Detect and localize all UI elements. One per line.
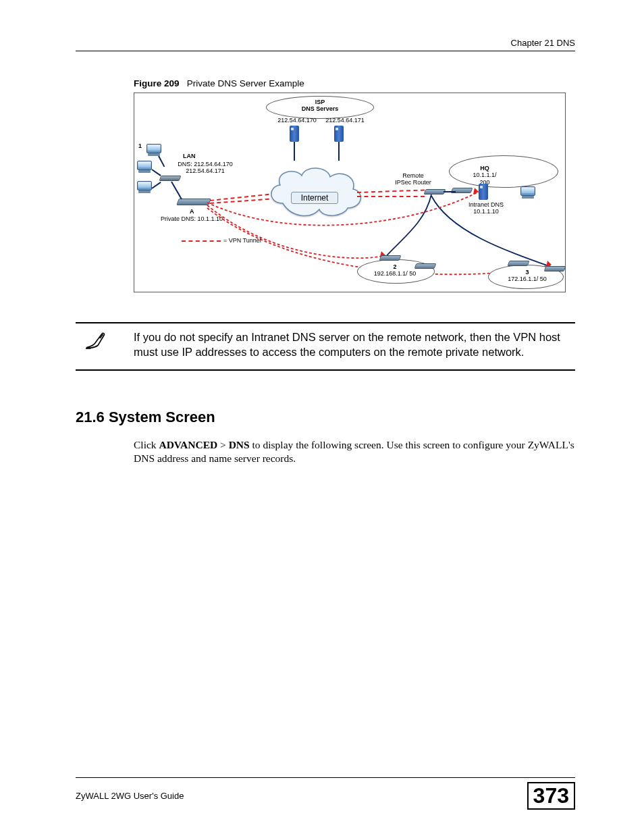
figure-title: Private DNS Server Example bbox=[187, 78, 304, 88]
line bbox=[171, 182, 182, 200]
line bbox=[158, 156, 165, 167]
chapter-header: Chapter 21 DNS bbox=[76, 38, 575, 51]
note-block: If you do not specify an Intranet DNS se… bbox=[76, 322, 575, 371]
lan-switch-icon bbox=[159, 176, 182, 181]
nav-advanced: ADVANCED bbox=[159, 439, 217, 450]
hq-title: HQ10.1.1.1/ 200 bbox=[468, 165, 502, 186]
section-paragraph: Click ADVANCED > DNS to display the foll… bbox=[134, 438, 575, 466]
note-text: If you do not specify an Intranet DNS se… bbox=[134, 330, 575, 360]
line bbox=[444, 191, 456, 192]
node1: 1 bbox=[138, 142, 142, 149]
page-number: 373 bbox=[527, 782, 575, 810]
isp-ip2: 212.54.64.171 bbox=[322, 117, 368, 124]
line bbox=[151, 182, 161, 189]
figure-label: Figure 209 bbox=[134, 78, 180, 88]
lan-title: LAN bbox=[183, 153, 196, 159]
line-isp2-cloud bbox=[338, 142, 340, 161]
remote-router-label: RemoteIPSec Router bbox=[390, 172, 437, 186]
isp-ip1: 212.54.64.170 bbox=[274, 117, 320, 124]
router-a-icon bbox=[176, 199, 211, 205]
network-diagram: ISP DNS Servers 212.54.64.170 212.54.64.… bbox=[134, 93, 566, 292]
remote-router-icon bbox=[424, 189, 446, 194]
site3-switch-icon bbox=[508, 261, 530, 266]
footer-guide-name: ZyWALL 2WG User's Guide bbox=[76, 791, 184, 801]
page-footer: ZyWALL 2WG User's Guide 373 bbox=[76, 777, 575, 810]
page-content: Chapter 21 DNS Figure 209 Private DNS Se… bbox=[76, 38, 575, 465]
site2-label: 2192.168.1.1/ 50 bbox=[368, 263, 422, 278]
note-icon-col bbox=[76, 330, 134, 360]
section-heading: 21.6 System Screen bbox=[76, 409, 575, 426]
hq-oval bbox=[449, 155, 558, 188]
vpn-legend-text: = VPN Tunnel bbox=[223, 237, 261, 244]
line bbox=[151, 169, 161, 176]
router-a-label: A bbox=[190, 208, 194, 215]
site2-router-icon bbox=[379, 255, 402, 261]
isp-server-1-icon bbox=[290, 126, 299, 142]
hand-writing-icon bbox=[84, 330, 108, 350]
site3-router-icon bbox=[544, 266, 566, 271]
computer-icon bbox=[137, 181, 152, 194]
nav-dns: DNS bbox=[229, 439, 250, 450]
site2-switch-icon bbox=[414, 263, 437, 269]
line-isp1-cloud bbox=[294, 142, 295, 161]
vpn-legend-line bbox=[182, 240, 221, 242]
isp-server-2-icon bbox=[334, 126, 344, 142]
lan-dns: DNS: 212.54.64.170212.54.64.171 bbox=[171, 161, 239, 175]
isp-title: ISP DNS Servers bbox=[266, 99, 374, 113]
computer-icon bbox=[137, 161, 152, 174]
figure-caption: Figure 209 Private DNS Server Example bbox=[134, 78, 575, 88]
